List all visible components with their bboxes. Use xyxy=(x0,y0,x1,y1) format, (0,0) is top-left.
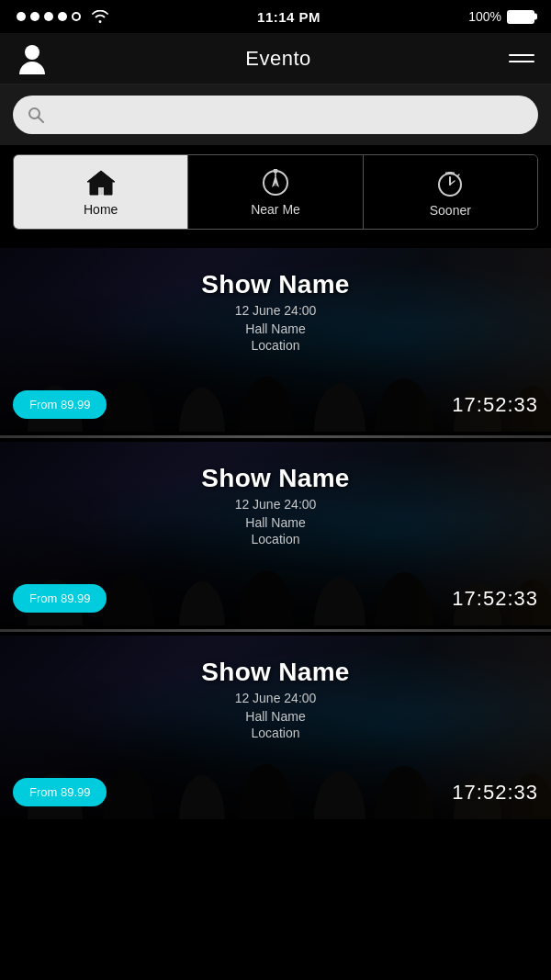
svg-rect-5 xyxy=(98,187,104,195)
battery-percent: 100% xyxy=(468,9,501,24)
event-show-name: Show Name xyxy=(201,464,349,493)
event-card[interactable]: Show Name 12 June 24:00 Hall Name Locati… xyxy=(0,636,551,819)
tabs-container: Home Near Me Sooner xyxy=(0,145,551,239)
price-badge[interactable]: From 89.99 xyxy=(13,390,107,419)
tab-near-me[interactable]: Near Me xyxy=(188,155,363,229)
search-icon xyxy=(28,107,44,123)
svg-point-10 xyxy=(274,184,276,186)
search-section xyxy=(0,84,551,145)
dot-5 xyxy=(72,12,81,21)
event-bottom: From 89.99 17:52:33 xyxy=(13,390,538,419)
dot-4 xyxy=(58,12,67,21)
menu-line-1 xyxy=(509,54,534,56)
event-bottom: From 89.99 17:52:33 xyxy=(13,584,538,613)
tab-home[interactable]: Home xyxy=(14,155,188,229)
profile-icon xyxy=(18,43,46,74)
signal-dots xyxy=(17,10,109,23)
event-show-name: Show Name xyxy=(201,658,349,687)
event-card[interactable]: Show Name 12 June 24:00 Hall Name Locati… xyxy=(0,442,551,625)
countdown: 17:52:33 xyxy=(452,781,538,805)
price-badge[interactable]: From 89.99 xyxy=(13,778,107,806)
dot-3 xyxy=(44,12,53,21)
countdown: 17:52:33 xyxy=(452,587,538,611)
event-card[interactable]: Show Name 12 June 24:00 Hall Name Locati… xyxy=(0,248,551,432)
event-location: Location xyxy=(252,726,300,740)
battery-area: 100% xyxy=(468,9,534,24)
menu-button[interactable] xyxy=(509,54,534,62)
tab-sooner[interactable]: Sooner xyxy=(364,155,537,229)
wifi-icon xyxy=(91,10,109,23)
event-hall: Hall Name xyxy=(245,515,305,530)
divider-1 xyxy=(0,435,551,438)
search-bar[interactable] xyxy=(13,96,538,134)
event-date: 12 June 24:00 xyxy=(235,691,317,705)
countdown: 17:52:33 xyxy=(452,393,538,417)
event-bottom: From 89.99 17:52:33 xyxy=(13,778,538,806)
app-title: Evento xyxy=(245,47,311,71)
header: Evento xyxy=(0,33,551,84)
svg-point-0 xyxy=(25,45,39,60)
event-hall: Hall Name xyxy=(245,321,305,336)
dot-2 xyxy=(30,12,39,21)
events-list: Show Name 12 June 24:00 Hall Name Locati… xyxy=(0,248,551,819)
tab-sooner-label: Sooner xyxy=(430,203,471,218)
battery-icon xyxy=(507,10,534,24)
svg-line-2 xyxy=(39,118,44,123)
profile-button[interactable] xyxy=(17,43,48,74)
battery-fill xyxy=(509,12,533,22)
house-icon xyxy=(85,169,117,197)
event-show-name: Show Name xyxy=(201,270,349,299)
svg-rect-14 xyxy=(447,172,453,175)
status-time: 11:14 PM xyxy=(257,9,320,25)
event-date: 12 June 24:00 xyxy=(235,497,317,512)
tab-home-label: Home xyxy=(84,202,118,217)
tab-bar: Home Near Me Sooner xyxy=(13,154,538,230)
price-badge[interactable]: From 89.99 xyxy=(13,584,107,613)
search-input[interactable] xyxy=(53,107,523,123)
status-bar: 11:14 PM 100% xyxy=(0,0,551,33)
tab-near-me-label: Near Me xyxy=(251,202,300,217)
menu-line-2 xyxy=(509,61,534,62)
divider-2 xyxy=(0,629,551,632)
svg-marker-3 xyxy=(87,171,115,182)
event-date: 12 June 24:00 xyxy=(235,303,317,318)
event-location: Location xyxy=(252,338,300,353)
svg-point-7 xyxy=(273,169,277,174)
stopwatch-icon xyxy=(437,168,463,197)
compass-icon xyxy=(262,169,289,197)
event-location: Location xyxy=(252,532,300,546)
event-hall: Hall Name xyxy=(245,709,305,724)
dot-1 xyxy=(17,12,26,21)
svg-line-17 xyxy=(457,175,459,176)
